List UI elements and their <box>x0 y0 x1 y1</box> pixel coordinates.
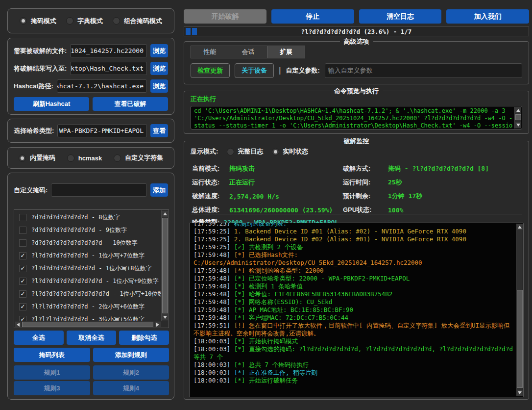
tab-session[interactable]: 会话 <box>229 46 267 58</box>
scroll-up-icon[interactable] <box>515 107 521 113</box>
mask-list-item[interactable]: ?l?l?l?d?d?d?d?d - 3位小写+5位数字 <box>14 313 161 321</box>
radio-dict-mode-circle[interactable] <box>66 17 73 25</box>
scroll-up-icon[interactable] <box>162 211 168 217</box>
stat-label: 破解速度: <box>192 192 229 201</box>
scroll-down-icon[interactable] <box>162 314 168 320</box>
rule4-button[interactable]: 规则4 <box>93 381 169 395</box>
radio-combo-mode-circle[interactable] <box>113 17 120 25</box>
browse-hashcat-path-button[interactable]: 浏览 <box>150 79 168 93</box>
rule3-button[interactable]: 规则3 <box>14 381 90 395</box>
mask-list-item[interactable]: ?l?d?d?d?d?d?d?d - 1位小写+7位数字 <box>14 249 161 262</box>
start-crack-button[interactable]: 开始破解 <box>184 9 266 24</box>
radio-mask-mode[interactable]: 掩码模式 <box>20 17 56 26</box>
mask-list-hthumb[interactable] <box>22 322 153 327</box>
log-timestamp: [17:59:48] <box>193 314 230 321</box>
custom-mask-input[interactable] <box>51 183 147 197</box>
radio-dict-mode[interactable]: 字典模式 <box>66 17 103 26</box>
mask-checkbox[interactable] <box>19 278 26 285</box>
mask-listbox[interactable]: ?d?d?d?d?d?d?d?d - 8位数字 ?d?d?d?d?d?d?d?d… <box>14 209 169 328</box>
log-vscrollbar[interactable] <box>516 224 523 396</box>
custom-param-label: 自定义参数: <box>286 66 319 75</box>
mask-list-item[interactable]: ?l?l?d?d?d?d?d?d - 2位小写+6位数字 <box>14 300 161 313</box>
log-message: [*] 哈希值: F1F4EF869F5BFB531436EBADB3B754B… <box>234 290 392 298</box>
view-cracked-button[interactable]: 查看已破解 <box>93 97 168 111</box>
mask-checkbox[interactable] <box>19 316 26 321</box>
add-to-rules-button[interactable]: 添加到规则 <box>93 348 169 362</box>
output-file-input[interactable]: \Desktop\Hash_Check.txt <box>70 62 147 75</box>
command-line: cd 'C:\Users\ADMINI~1\Desktop\HASHCA~1.4… <box>194 107 513 115</box>
mask-item-label: ?l?l?l?d?d?d?d?d - 3位小写+5位数字 <box>31 315 145 321</box>
mask-checkbox[interactable] <box>19 252 26 259</box>
hashcat-path-input[interactable]: \hashcat-7.1.2\hashcat.exe <box>57 79 147 93</box>
mask-list-item[interactable]: ?d?d?d?d?d?d?d?d?d - 9位数字 <box>14 224 161 236</box>
mask-checkbox[interactable] <box>19 290 26 298</box>
stop-button[interactable]: 停止 <box>271 9 354 24</box>
mask-checkbox[interactable] <box>19 265 26 272</box>
mask-list-item[interactable]: ?d?d?d?d?d?d?d?d - 8位数字 <box>14 211 161 224</box>
mask-checkbox[interactable] <box>19 303 26 310</box>
stat-label: 运行时间: <box>343 178 388 187</box>
mask-list-item[interactable]: ?l?d?d?d?d?d?d?d?d - 1位小写+8位数字 <box>14 262 161 275</box>
deselect-all-button[interactable]: 取消全选 <box>67 331 117 345</box>
mask-list-hscrollbar[interactable] <box>15 321 161 327</box>
log-timestamp: [17:59:48] <box>193 298 230 306</box>
mask-checkbox[interactable] <box>19 227 26 234</box>
about-device-button[interactable]: 关于设备 <box>235 63 274 78</box>
rule2-button[interactable]: 规则2 <box>93 365 169 380</box>
clear-log-button[interactable]: 清空日志 <box>359 9 442 24</box>
radio-custom-charset[interactable]: 自定义字符集 <box>114 154 163 162</box>
radio-full-log[interactable]: 完整日志 <box>227 147 263 156</box>
log-message: [*] 客户端MAC: 72:DC:C7:B5:0C:44 <box>234 314 348 321</box>
mask-checkbox[interactable] <box>19 239 26 247</box>
refresh-hashcat-button[interactable]: 刷新Hashcat <box>14 97 89 111</box>
log-console[interactable]: [17:59:25] 检测到的设备列表: [17:59:25] 1. Backe… <box>189 223 524 397</box>
scroll-left-icon[interactable] <box>15 322 21 327</box>
radio-builtin-mask[interactable]: 内置掩码 <box>19 154 55 162</box>
scroll-up-icon[interactable] <box>517 224 523 230</box>
mask-list-button[interactable]: 掩码列表 <box>14 348 90 362</box>
scroll-down-icon[interactable] <box>517 390 523 396</box>
radio-realtime-status[interactable]: 实时状态 <box>272 147 308 156</box>
command-preview-group: 命令预览与执行 正在执行 cd 'C:\Users\ADMINI~1\Deskt… <box>184 91 529 134</box>
radio-custom-charset-circle[interactable] <box>114 154 121 162</box>
hash-file-input[interactable]: 20251024_164257.hc22000 <box>70 44 147 57</box>
stat-label: 当前模式: <box>192 164 229 173</box>
radio-realtime-status-circle[interactable] <box>272 148 279 155</box>
log-vthumb[interactable] <box>517 290 523 388</box>
radio-combo-mode[interactable]: 组合掩码模式 <box>113 17 162 26</box>
mask-list-vscrollbar[interactable] <box>161 210 168 321</box>
tab-performance[interactable]: 性能 <box>191 46 229 58</box>
command-console[interactable]: cd 'C:\Users\ADMINI~1\Desktop\HASHCA~1.4… <box>191 106 522 129</box>
delete-checked-button[interactable]: 删除勾选 <box>119 331 169 345</box>
select-all-button[interactable]: 全选 <box>14 331 64 345</box>
check-update-button[interactable]: 检查更新 <box>191 63 230 78</box>
radio-full-log-circle[interactable] <box>227 148 234 155</box>
command-console-vthumb[interactable] <box>515 114 521 120</box>
radio-mask-mode-circle[interactable] <box>20 17 27 25</box>
mask-list-item[interactable]: ?l?d?d?d?d?d?d?d?d?d?d - 1位小写+10位数字 <box>14 287 161 300</box>
scroll-down-icon[interactable] <box>515 122 521 128</box>
radio-hcmask[interactable]: hcmask <box>67 154 102 162</box>
radio-builtin-mask-label: 内置掩码 <box>30 154 55 162</box>
mask-checkbox[interactable] <box>19 214 26 221</box>
advanced-options-title: 高级选项 <box>340 37 373 46</box>
mask-item-label: ?l?d?d?d?d?d?d?d?d?d?d - 1位小写+10位数字 <box>31 290 161 298</box>
radio-builtin-mask-circle[interactable] <box>19 154 26 162</box>
scroll-right-icon[interactable] <box>155 322 161 327</box>
rule1-button[interactable]: 规则1 <box>14 365 90 380</box>
log-timestamp: [18:00:03] <box>193 361 230 368</box>
custom-param-input[interactable]: 输入自定义参数 <box>325 63 522 78</box>
mask-list-item[interactable]: ?l?d?d?d?d?d?d?d?d?d - 1位小写+9位数字 <box>14 275 161 287</box>
command-console-vscrollbar[interactable] <box>514 107 521 128</box>
mask-list-item[interactable]: ?d?d?d?d?d?d?d?d?d?d - 10位数字 <box>14 236 161 249</box>
browse-hash-file-button[interactable]: 浏览 <box>150 44 168 57</box>
add-mask-button[interactable]: 添加 <box>150 183 168 197</box>
radio-hcmask-circle[interactable] <box>67 154 74 162</box>
view-hash-types-button[interactable]: 查看 <box>150 124 168 137</box>
hash-type-input[interactable]: 0 - WPA-PBKDF2-PMKID+EAPOL <box>57 124 147 137</box>
join-us-button[interactable]: 加入我们 <box>446 9 529 24</box>
browse-output-file-button[interactable]: 浏览 <box>150 62 168 75</box>
tab-extension[interactable]: 扩展 <box>267 46 305 58</box>
files-panel: 需要被破解的文件: 20251024_164257.hc22000 浏览 将破解… <box>7 38 174 115</box>
mask-list-vthumb[interactable] <box>162 218 168 313</box>
